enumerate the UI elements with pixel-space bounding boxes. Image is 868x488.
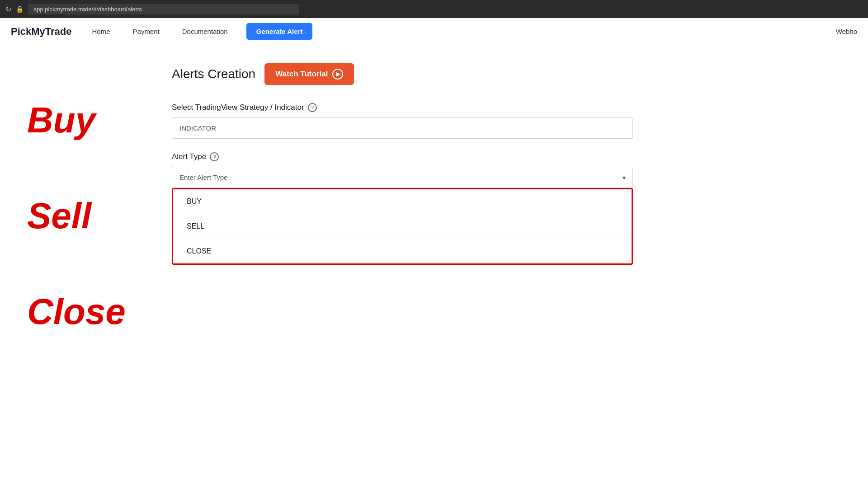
dropdown-options-list: BUY SELL CLOSE — [172, 188, 633, 265]
refresh-icon[interactable]: ↻ — [5, 5, 11, 14]
sidebar-close-label: Close — [27, 291, 154, 333]
play-icon: ▶ — [332, 69, 343, 80]
alert-type-section: Alert Type ? Enter Alert Type BUY SELL C… — [172, 152, 633, 265]
strategy-input[interactable] — [172, 117, 633, 139]
sidebar-labels: Buy Sell Close — [27, 63, 154, 452]
alert-type-dropdown-wrapper: Enter Alert Type BUY SELL CLOSE ▾ — [172, 167, 633, 188]
sidebar-sell-label: Sell — [27, 195, 154, 237]
generate-alert-button[interactable]: Generate Alert — [246, 23, 313, 40]
alert-type-label: Alert Type ? — [172, 152, 633, 161]
strategy-help-icon[interactable]: ? — [308, 103, 317, 112]
page-title: Alerts Creation — [172, 67, 255, 81]
browser-bar: ↻ 🔒 app.pickmytrade.trade/#/dashboard/al… — [0, 0, 868, 18]
strategy-section: Select TradingView Strategy / Indicator … — [172, 103, 633, 139]
brand-logo: PickMyTrade — [11, 26, 72, 38]
strategy-label: Select TradingView Strategy / Indicator … — [172, 103, 633, 112]
sidebar-buy-label: Buy — [27, 99, 154, 141]
watch-tutorial-button[interactable]: Watch Tutorial ▶ — [264, 63, 354, 85]
nav-documentation[interactable]: Documentation — [173, 23, 237, 39]
main-form-area: Alerts Creation Watch Tutorial ▶ Select … — [154, 63, 651, 452]
page-content: Buy Sell Close Alerts Creation Watch Tut… — [0, 45, 868, 470]
watch-tutorial-label: Watch Tutorial — [275, 70, 328, 79]
nav-payment[interactable]: Payment — [123, 23, 169, 39]
navbar: PickMyTrade Home Payment Documentation G… — [0, 18, 868, 45]
page-header: Alerts Creation Watch Tutorial ▶ — [172, 63, 633, 85]
address-bar[interactable]: app.pickmytrade.trade/#/dashboard/alerts — [28, 4, 299, 14]
dropdown-option-sell[interactable]: SELL — [173, 214, 632, 239]
alert-type-help-icon[interactable]: ? — [210, 152, 219, 161]
dropdown-option-buy[interactable]: BUY — [173, 189, 632, 214]
alert-type-select[interactable]: Enter Alert Type BUY SELL CLOSE — [172, 167, 633, 188]
nav-home[interactable]: Home — [83, 23, 120, 39]
nav-right-label: Webho — [836, 28, 857, 35]
dropdown-option-close[interactable]: CLOSE — [173, 239, 632, 263]
security-icon: 🔒 — [16, 5, 24, 13]
